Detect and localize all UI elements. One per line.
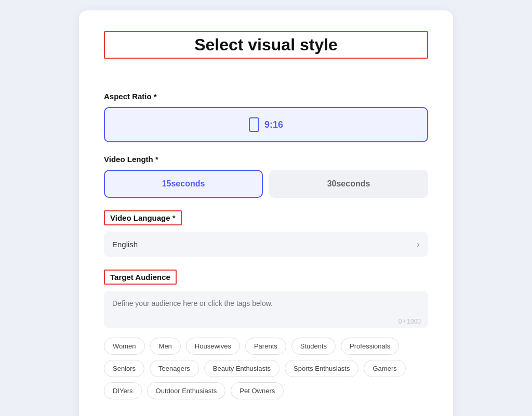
tag[interactable]: Men bbox=[150, 338, 181, 355]
tag[interactable]: Teenagers bbox=[150, 360, 199, 377]
tag[interactable]: Students bbox=[291, 338, 336, 355]
video-length-30s[interactable]: 30seconds bbox=[269, 170, 428, 198]
tag[interactable]: Beauty Enthusiasts bbox=[204, 360, 280, 377]
tag[interactable]: Pet Owners bbox=[231, 382, 284, 399]
aspect-ratio-button[interactable]: 9:16 bbox=[104, 107, 428, 142]
main-card: Select visual style Aspect Ratio * 9:16 … bbox=[79, 10, 453, 416]
tags-row: WomenMenHousewivesParentsStudentsProfess… bbox=[104, 338, 428, 399]
language-selector-button[interactable]: English › bbox=[104, 232, 428, 257]
target-audience-section: Target Audience 0 / 1000 WomenMenHousewi… bbox=[104, 270, 428, 399]
target-audience-label: Target Audience bbox=[104, 270, 177, 285]
tag[interactable]: Gamers bbox=[364, 360, 405, 377]
aspect-ratio-label: Aspect Ratio * bbox=[104, 92, 428, 101]
tag[interactable]: Women bbox=[104, 338, 145, 355]
chevron-right-icon: › bbox=[417, 239, 420, 250]
tag[interactable]: DIYers bbox=[104, 382, 142, 399]
video-language-label: Video Language * bbox=[104, 210, 182, 225]
tag[interactable]: Professionals bbox=[341, 338, 399, 355]
language-selected-value: English bbox=[112, 240, 138, 249]
video-language-section: Video Language * English › bbox=[104, 210, 428, 257]
tag[interactable]: Seniors bbox=[104, 360, 144, 377]
tag[interactable]: Parents bbox=[245, 338, 286, 355]
aspect-ratio-section: Aspect Ratio * 9:16 bbox=[104, 92, 428, 142]
tag[interactable]: Sports Enthusiasts bbox=[285, 360, 358, 377]
tag[interactable]: Outdoor Enthusiasts bbox=[147, 382, 226, 399]
phone-icon bbox=[249, 117, 259, 132]
page-title: Select visual style bbox=[104, 31, 428, 59]
video-length-row: 15seconds 30seconds bbox=[104, 170, 428, 198]
video-length-section: Video Length * 15seconds 30seconds bbox=[104, 155, 428, 198]
audience-textarea[interactable] bbox=[104, 291, 428, 328]
title-wrapper: Select visual style bbox=[104, 31, 428, 75]
tag[interactable]: Housewives bbox=[186, 338, 240, 355]
textarea-wrapper: 0 / 1000 bbox=[104, 291, 428, 330]
char-count: 0 / 1000 bbox=[398, 318, 421, 325]
page-container: Select visual style Aspect Ratio * 9:16 … bbox=[0, 0, 532, 416]
video-length-label: Video Length * bbox=[104, 155, 428, 164]
video-length-15s[interactable]: 15seconds bbox=[104, 170, 263, 198]
aspect-ratio-value: 9:16 bbox=[264, 119, 283, 130]
